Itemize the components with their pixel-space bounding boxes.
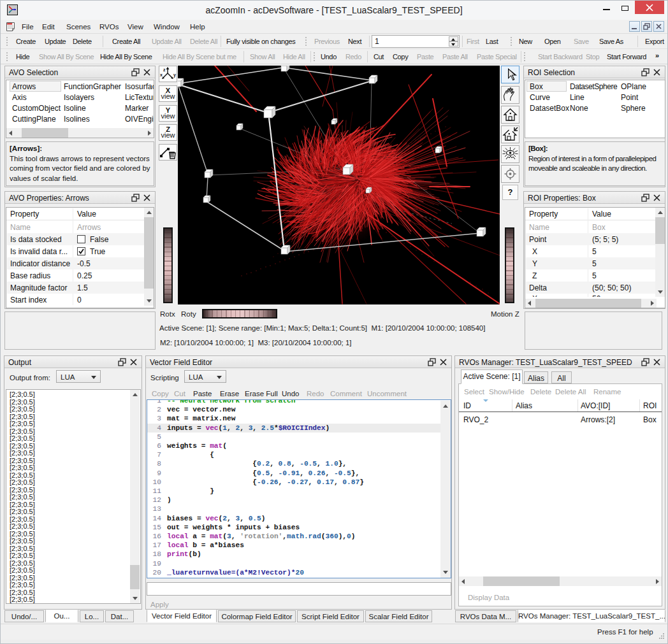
svg-text:y: y — [173, 73, 176, 78]
svg-text:z: z — [163, 68, 166, 72]
svg-text:x: x — [160, 73, 163, 77]
